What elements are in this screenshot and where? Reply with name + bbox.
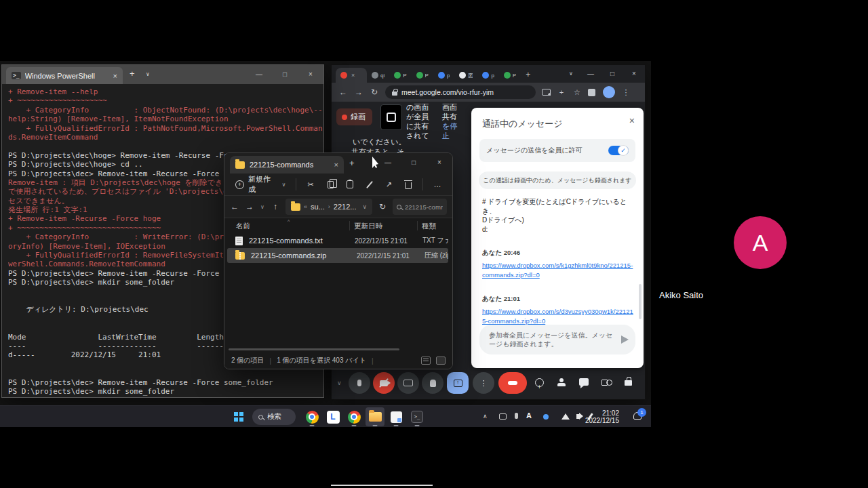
activities-icon[interactable] [601,378,612,386]
browser-tab[interactable]: p × [477,68,498,83]
search-input[interactable] [405,203,443,211]
close-button[interactable]: × [623,65,645,83]
chat-scrollbar[interactable] [639,284,642,319]
minimize-button[interactable]: — [375,153,401,172]
delete-button[interactable] [400,176,416,192]
ime-indicator[interactable]: A [526,411,532,420]
refresh-button[interactable]: ↻ [378,202,387,211]
allow-messages-toggle[interactable]: ✓ [608,146,629,155]
tab-close-icon[interactable]: × [334,161,338,169]
explorer-titlebar[interactable]: 221215-commands × + — □ × [224,153,452,174]
more-options-button[interactable]: ⋮ [473,372,494,394]
host-controls-icon[interactable] [625,380,632,386]
close-button[interactable]: × [427,153,452,172]
address-bar[interactable]: meet.google.com/vio-rfur-yim [385,85,536,99]
breadcrumb-item[interactable]: su... [311,203,325,211]
minimize-button[interactable]: — [246,65,272,84]
start-button[interactable] [229,407,248,426]
list-view-icon[interactable] [421,357,431,365]
profile-avatar[interactable] [603,86,615,98]
chat-input[interactable]: 参加者全員にメッセージを送信。メッセージも録画されます。 [479,325,635,354]
wifi-icon[interactable] [561,413,570,420]
tray-bluetooth-icon[interactable] [543,414,549,420]
browser-tab[interactable]: qi × [367,68,389,83]
forward-button[interactable]: → [354,87,363,97]
taskbar-search[interactable]: 検索 [252,409,296,425]
cast-icon[interactable] [542,89,551,96]
new-tab-button[interactable]: + [130,68,135,79]
new-tab-button[interactable]: + [349,158,355,168]
recent-locations-icon[interactable]: ∨ [260,204,265,210]
browser-tab[interactable]: P × [499,68,521,83]
taskbar-browser-button[interactable] [344,407,363,426]
browser-tab[interactable]: × [336,68,367,83]
maximize-button[interactable]: □ [601,65,623,83]
explorer-tab[interactable]: 221215-commands × [230,156,344,174]
refresh-button[interactable]: ↻ [370,87,379,97]
taskbar-chrome-button[interactable] [302,407,321,426]
browser-tab[interactable]: 図 × [454,68,477,83]
info-icon[interactable]: i [535,378,544,387]
stop-sharing-text[interactable]: 止 [442,131,450,141]
back-button[interactable]: ← [338,87,348,97]
powershell-tab[interactable]: >_ Windows PowerShell × [6,67,123,84]
tray-overflow-chevron[interactable]: ∧ [483,413,488,420]
share-button[interactable]: ↗ [381,176,397,192]
forward-button[interactable]: → [245,202,254,211]
taskbar-terminal-button[interactable]: >_ [408,407,427,426]
stop-sharing-text[interactable]: を停 [442,121,457,131]
cut-button[interactable]: ✂ [302,176,319,192]
browser-tab[interactable]: p × [433,68,454,83]
maximize-button[interactable]: □ [401,153,427,172]
maximize-button[interactable]: □ [272,65,298,84]
breadcrumb[interactable]: « su... › 2212... ∨ [285,199,372,215]
horizontal-scrollbar[interactable] [229,348,399,350]
mic-button[interactable] [349,372,370,394]
tray-mic-icon[interactable] [515,413,518,419]
tab-search-icon[interactable]: ∨ [562,65,580,83]
browser-menu-icon[interactable]: ⋮ [621,88,631,97]
send-icon[interactable] [621,336,629,344]
file-row[interactable]: 221215-commands.zip 2022/12/15 21:01 圧縮 … [227,248,448,263]
extensions-icon[interactable] [588,89,595,96]
paste-button[interactable] [342,176,358,192]
present-button[interactable]: ↑ [447,372,469,394]
address-dropdown-icon[interactable]: ∨ [362,203,367,210]
participants-icon[interactable] [557,378,566,386]
powershell-titlebar[interactable]: >_ Windows PowerShell × + ∨ — □ × [2,65,323,84]
taskbar-explorer-button[interactable] [366,407,384,426]
camera-off-button[interactable] [373,372,395,394]
tab-list-button[interactable]: ∨ [146,71,150,77]
breadcrumb-item[interactable]: 2212... [334,203,357,211]
chat-icon[interactable] [579,378,589,386]
up-button[interactable]: ↑ [271,202,280,211]
breadcrumb-overflow-icon[interactable]: « [304,203,307,210]
new-tab-button[interactable]: + [526,70,530,79]
chat-message-link[interactable]: https://www.dropbox.com/s/k1gzhkml0t9kno… [482,261,634,280]
close-button[interactable]: × [298,65,323,84]
taskbar-line-button[interactable]: L [323,407,342,426]
tab-close-icon[interactable]: × [113,72,117,80]
column-name[interactable]: 名前 [236,222,250,231]
audio-options-chevron[interactable]: ∨ [337,380,342,386]
rename-button[interactable] [361,176,378,192]
chat-close-icon[interactable]: × [629,115,635,126]
bookmark-star-icon[interactable]: ☆ [572,88,582,97]
new-item-button[interactable]: + 新規作成 ∨ [231,176,290,192]
taskbar-notes-button[interactable] [387,407,406,426]
volume-icon[interactable] [576,414,580,419]
raise-hand-button[interactable] [422,372,443,394]
captions-button[interactable] [397,372,419,394]
file-row[interactable]: 221215-commands.txt 2022/12/15 21:01 TXT… [227,233,448,248]
more-commands-button[interactable]: … [429,176,446,192]
install-app-icon[interactable]: + [557,88,566,96]
presentation-thumbnail[interactable] [380,104,402,130]
tray-app-icon[interactable] [499,413,507,420]
leave-call-button[interactable] [498,372,527,394]
chat-message-link[interactable]: https://www.dropbox.com/s/d3vuzsyy030gw1… [482,307,634,326]
copy-button[interactable] [322,176,338,192]
back-button[interactable]: ← [230,202,239,211]
browser-tab[interactable]: P × [389,68,411,83]
explorer-search[interactable] [393,199,447,215]
minimize-button[interactable]: — [580,65,601,83]
